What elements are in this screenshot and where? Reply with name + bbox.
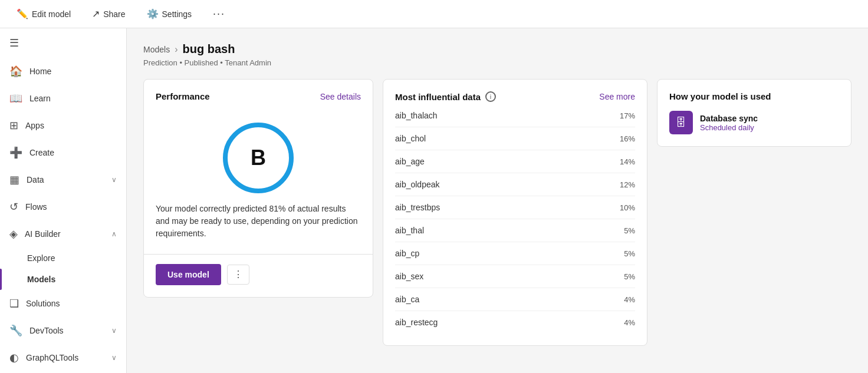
breadcrumb-parent[interactable]: Models — [143, 45, 170, 54]
settings-button[interactable]: ⚙️ Settings — [142, 6, 197, 22]
influence-pct: 5% — [624, 272, 635, 281]
edit-model-button[interactable]: ✏️ Edit model — [12, 6, 75, 22]
see-details-link[interactable]: See details — [320, 92, 361, 101]
breadcrumb-separator: › — [175, 44, 177, 55]
more-options-button[interactable]: ··· — [208, 5, 230, 22]
influence-name: aib_chol — [395, 134, 426, 143]
sidebar-item-home[interactable]: 🏠 Home — [0, 58, 126, 85]
influence-row: aib_oldpeak 12% — [395, 173, 635, 196]
sidebar-item-apps[interactable]: ⊞ Apps — [0, 112, 126, 139]
perf-description: Your model correctly predicted 81% of ac… — [156, 203, 361, 240]
data-icon: ▦ — [9, 173, 19, 186]
share-icon: ↗ — [92, 8, 100, 19]
influence-row: aib_thalach 17% — [395, 104, 635, 127]
influence-pct: 17% — [620, 111, 635, 120]
page-title: bug bash — [182, 42, 235, 56]
influence-name: aib_trestbps — [395, 203, 440, 212]
edit-icon: ✏️ — [17, 8, 28, 19]
influential-data-card: Most influential data i See more aib_tha… — [383, 79, 647, 346]
influence-row: aib_thal 5% — [395, 219, 635, 242]
influence-pct: 4% — [624, 318, 635, 327]
influence-pct: 14% — [620, 157, 635, 166]
grade-circle-container: B — [156, 111, 361, 203]
influence-name: aib_oldpeak — [395, 180, 440, 189]
db-icon: 🗄 — [676, 117, 686, 129]
how-used-header: How your model is used — [669, 91, 839, 101]
influence-card-header: Most influential data i See more — [395, 91, 635, 102]
influence-row: aib_age 14% — [395, 150, 635, 173]
home-icon: 🏠 — [9, 65, 22, 78]
sidebar-subitem-models[interactable]: Models — [0, 269, 126, 290]
use-model-button[interactable]: Use model — [156, 264, 221, 285]
perf-divider — [144, 254, 373, 255]
sidebar-item-devtools[interactable]: 🔧 DevTools ∨ — [0, 317, 126, 344]
page-subtitle: Prediction • Published • Tenant Admin — [143, 58, 851, 67]
influence-row: aib_chol 16% — [395, 127, 635, 150]
sidebar-item-aibuilder[interactable]: ◈ AI Builder ∧ — [0, 220, 126, 247]
hamburger-button[interactable]: ☰ — [0, 28, 126, 58]
cards-row: Performance See details B Your model cor… — [143, 79, 851, 346]
sidebar-item-solutions[interactable]: ❑ Solutions — [0, 290, 126, 317]
influence-title-group: Most influential data i — [395, 91, 496, 102]
main-layout: ☰ 🏠 Home 📖 Learn ⊞ Apps ➕ Create ▦ Data … — [0, 28, 868, 373]
perf-card-footer: Use model ⋮ — [156, 264, 361, 285]
influence-row: aib_ca 4% — [395, 288, 635, 311]
influence-pct: 5% — [624, 226, 635, 235]
perf-more-button[interactable]: ⋮ — [227, 265, 249, 285]
devtools-icon: 🔧 — [9, 324, 22, 337]
breadcrumb: Models › bug bash — [143, 42, 851, 56]
influence-pct: 4% — [624, 295, 635, 304]
influence-name: aib_ca — [395, 295, 419, 304]
influence-name: aib_thal — [395, 226, 424, 235]
apps-icon: ⊞ — [9, 119, 18, 132]
sidebar-subitem-explore[interactable]: Explore — [0, 247, 126, 269]
info-icon[interactable]: i — [485, 91, 496, 102]
influence-rows-container: aib_thalach 17% aib_chol 16% aib_age 14%… — [395, 104, 635, 334]
sidebar-item-flows[interactable]: ↺ Flows — [0, 193, 126, 220]
influence-pct: 16% — [620, 134, 635, 143]
influence-row: aib_cp 5% — [395, 242, 635, 265]
how-used-card: How your model is used 🗄 Database sync S… — [657, 79, 851, 147]
create-icon: ➕ — [9, 146, 22, 159]
influence-name: aib_thalach — [395, 111, 438, 120]
toolbar: ✏️ Edit model ↗ Share ⚙️ Settings ··· — [0, 0, 868, 28]
how-used-title: How your model is used — [669, 91, 771, 101]
influence-row: aib_trestbps 10% — [395, 196, 635, 219]
db-sync-name: Database sync — [700, 114, 758, 123]
content-area: Models › bug bash Prediction • Published… — [127, 28, 868, 373]
influence-pct: 5% — [624, 249, 635, 258]
sidebar-item-create[interactable]: ➕ Create — [0, 139, 126, 166]
performance-card: Performance See details B Your model cor… — [143, 79, 373, 298]
perf-card-title: Performance — [156, 91, 210, 101]
grade-circle: B — [223, 123, 294, 193]
graphqltools-chevron-icon: ∨ — [111, 354, 117, 362]
data-chevron-icon: ∨ — [111, 176, 117, 184]
influence-name: aib_age — [395, 157, 425, 166]
influence-pct: 12% — [620, 180, 635, 189]
flows-icon: ↺ — [9, 200, 18, 213]
sidebar-item-graphqltools[interactable]: ◐ GraphQLTools ∨ — [0, 344, 126, 371]
influence-row: aib_restecg 4% — [395, 311, 635, 334]
solutions-icon: ❑ — [9, 297, 19, 310]
influence-name: aib_sex — [395, 272, 423, 281]
grade-letter: B — [251, 146, 266, 170]
sidebar-item-learn[interactable]: 📖 Learn — [0, 85, 126, 112]
influence-name: aib_restecg — [395, 318, 438, 327]
perf-card-header: Performance See details — [156, 91, 361, 101]
influence-card-title: Most influential data — [395, 92, 481, 102]
db-sync-sub: Scheduled daily — [700, 123, 758, 132]
influence-pct: 10% — [620, 203, 635, 212]
db-icon-box: 🗄 — [669, 111, 693, 134]
settings-icon: ⚙️ — [147, 8, 159, 19]
aibuilder-chevron-icon: ∧ — [111, 230, 117, 238]
aibuilder-icon: ◈ — [9, 227, 18, 240]
devtools-chevron-icon: ∨ — [111, 326, 117, 335]
db-sync-info: Database sync Scheduled daily — [700, 114, 758, 132]
graphqltools-icon: ◐ — [9, 351, 19, 364]
influence-name: aib_cp — [395, 249, 419, 258]
sidebar-item-data[interactable]: ▦ Data ∨ — [0, 166, 126, 193]
sidebar: ☰ 🏠 Home 📖 Learn ⊞ Apps ➕ Create ▦ Data … — [0, 28, 127, 373]
share-button[interactable]: ↗ Share — [87, 6, 130, 22]
see-more-link[interactable]: See more — [599, 92, 635, 101]
influence-row: aib_sex 5% — [395, 265, 635, 288]
